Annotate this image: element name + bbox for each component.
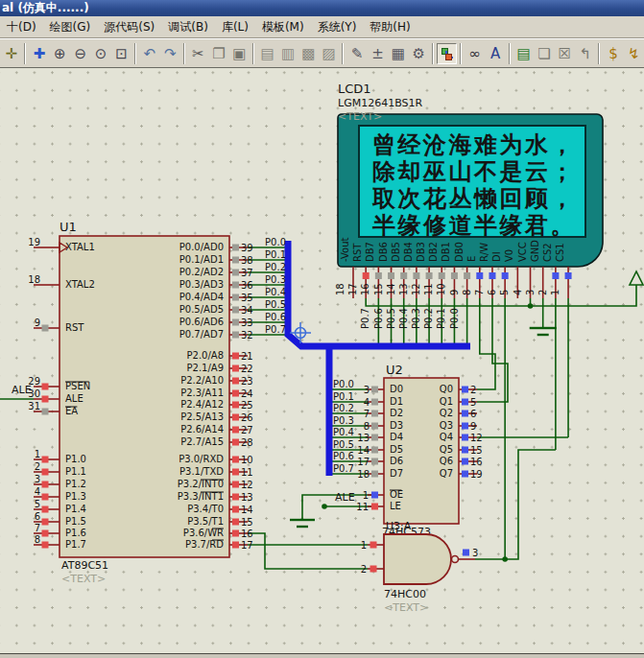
erc-icon[interactable]: ↯	[624, 43, 644, 64]
svg-text:OE: OE	[390, 489, 403, 500]
svg-text:P2.4/A12: P2.4/A12	[180, 399, 224, 410]
svg-text:P1.4: P1.4	[65, 504, 86, 514]
route-shape	[445, 54, 452, 60]
svg-text:31: 31	[28, 401, 40, 411]
svg-text:DB5: DB5	[391, 242, 401, 262]
svg-text:Q6: Q6	[440, 456, 453, 466]
menu-item-help[interactable]: 帮助(H)	[363, 17, 417, 37]
svg-text:<TEXT>: <TEXT>	[61, 573, 106, 585]
zoom-in-icon[interactable]: ⊕	[50, 43, 70, 64]
zoom-all-icon[interactable]: ⊙	[90, 43, 110, 64]
svg-text:P3.1/TXD: P3.1/TXD	[179, 466, 224, 477]
svg-text:19: 19	[470, 469, 483, 480]
svg-text:2: 2	[537, 290, 548, 295]
svg-text:ALE: ALE	[335, 491, 355, 504]
svg-text:13: 13	[357, 433, 370, 443]
svg-text:AT89C51: AT89C51	[61, 559, 108, 572]
svg-text:Q3: Q3	[440, 420, 453, 431]
origin-tool-icon[interactable]: ✛	[1, 43, 21, 64]
svg-text:DB0: DB0	[454, 242, 465, 262]
svg-text:P0.1: P0.1	[436, 308, 446, 329]
property-assign-icon[interactable]: A	[486, 43, 506, 64]
svg-text:D3: D3	[390, 420, 403, 431]
svg-text:P0.0: P0.0	[449, 308, 460, 329]
block-rotate-icon[interactable]: ▩	[298, 43, 319, 64]
menu-item-draw[interactable]: 绘图(G)	[43, 17, 98, 37]
svg-text:P2.1/A9: P2.1/A9	[186, 363, 224, 373]
undo-icon[interactable]: ↶	[139, 43, 159, 64]
ic-icon[interactable]: ▦	[388, 43, 408, 64]
menu-item-debug[interactable]: 调试(B)	[161, 17, 215, 37]
svg-text:U3:A: U3:A	[386, 520, 412, 532]
svg-text:D4: D4	[390, 432, 403, 442]
block-delete-icon[interactable]: ▨	[319, 43, 339, 64]
svg-text:P0.0: P0.0	[333, 379, 354, 389]
svg-text:11: 11	[356, 502, 369, 512]
u1-at89c51[interactable]: U1AT89C51<TEXT>19XTAL118XTAL29RST29PSEN3…	[28, 220, 286, 585]
schematic-svg[interactable]: ALEU1AT89C51<TEXT>19XTAL118XTAL29RST29PS…	[0, 68, 644, 654]
edit-tool-icon[interactable]: ✎	[346, 43, 367, 64]
menu-item-source[interactable]: 源代码(S)	[97, 17, 161, 37]
menubar: 十(D)绘图(G)源代码(S)调试(B)库(L)模板(M)系统(Y)帮助(H)	[0, 16, 644, 38]
svg-text:1: 1	[550, 290, 561, 295]
add-part-icon[interactable]: ±	[368, 43, 388, 64]
svg-text:3: 3	[472, 548, 478, 558]
svg-text:<TEXT>: <TEXT>	[338, 110, 382, 123]
svg-text:P0.0/AD0: P0.0/AD0	[179, 242, 224, 252]
svg-text:14: 14	[357, 445, 370, 456]
zoom-area-icon[interactable]: ⊡	[111, 43, 131, 64]
remove-sheet-icon[interactable]: ☒	[555, 43, 575, 64]
schematic-canvas[interactable]: ALEU1AT89C51<TEXT>19XTAL118XTAL29RST29PS…	[0, 67, 644, 653]
toolbar-separator	[460, 43, 462, 64]
svg-text:17: 17	[357, 457, 370, 467]
svg-text:27: 27	[241, 425, 253, 435]
svg-text:7: 7	[364, 409, 370, 419]
svg-text:P1.1: P1.1	[65, 466, 86, 477]
svg-text:6: 6	[470, 409, 476, 419]
new-sheet-icon[interactable]: ❏	[534, 43, 554, 64]
toolbar: ✛✚⊕⊖⊙⊡↶↷✂❐▣▤▥▩▨✎±▦⚙∞A▤❏☒↰$↯	[0, 38, 644, 67]
svg-text:P2.6/A14: P2.6/A14	[180, 424, 224, 435]
svg-text:R/W: R/W	[479, 243, 489, 262]
svg-text:P1.7: P1.7	[65, 539, 86, 550]
block-copy-icon[interactable]: ▤	[257, 43, 277, 64]
toolbar-separator	[252, 43, 254, 64]
design-explorer-icon[interactable]: ▤	[513, 43, 534, 64]
svg-text:P0.4: P0.4	[398, 308, 409, 329]
svg-text:P3.0/RXD: P3.0/RXD	[179, 454, 224, 464]
menu-item-library[interactable]: 库(L)	[215, 17, 255, 37]
svg-text:P0.6: P0.6	[333, 451, 354, 461]
svg-text:LE: LE	[390, 501, 401, 511]
svg-text:2: 2	[35, 461, 40, 472]
svg-text:Q4: Q4	[440, 432, 453, 442]
cut-icon[interactable]: ✂	[188, 43, 208, 64]
redo-icon[interactable]: ↷	[160, 43, 180, 64]
lcd1-display[interactable]: 曾经沧海难为水，除却巫山不是云；取次花丛懒回顾，半缘修道半缘君。LCD1LGM1…	[335, 82, 603, 329]
zoom-out-icon[interactable]: ⊖	[70, 43, 90, 64]
svg-text:74HC00: 74HC00	[384, 588, 426, 600]
svg-text:V0: V0	[504, 249, 514, 262]
menu-item-template[interactable]: 模板(M)	[255, 17, 311, 37]
pan-tool-icon[interactable]: ✚	[29, 43, 49, 64]
copy-icon[interactable]: ❐	[208, 43, 228, 64]
block-move-icon[interactable]: ▥	[277, 43, 298, 64]
svg-text:P3.7/RD: P3.7/RD	[185, 539, 224, 550]
proteus-window: al (仿真中......) 十(D)绘图(G)源代码(S)调试(B)库(L)模…	[0, 0, 644, 658]
menu-item-system[interactable]: 系统(Y)	[311, 17, 364, 37]
goto-sheet-icon[interactable]: ↰	[575, 43, 595, 64]
menu-item-design[interactable]: 十(D)	[0, 17, 43, 37]
nand-gate-74hc00[interactable]: 123U3:A74HC00<TEXT>	[361, 520, 479, 614]
svg-text:18: 18	[357, 469, 370, 480]
search-icon[interactable]: ∞	[465, 43, 485, 64]
svg-text:P0.2/AD2: P0.2/AD2	[179, 267, 224, 277]
wire-autorouter-icon[interactable]	[437, 43, 457, 64]
svg-text:38: 38	[241, 255, 253, 266]
bom-icon[interactable]: $	[603, 43, 623, 64]
paste-icon[interactable]: ▣	[229, 43, 250, 64]
svg-text:12: 12	[241, 480, 253, 490]
svg-text:4: 4	[513, 290, 523, 295]
svg-text:8: 8	[462, 290, 472, 295]
svg-text:P0.2: P0.2	[423, 308, 434, 329]
tools-icon[interactable]: ⚙	[408, 43, 428, 64]
titlebar[interactable]: al (仿真中......)	[0, 0, 644, 16]
